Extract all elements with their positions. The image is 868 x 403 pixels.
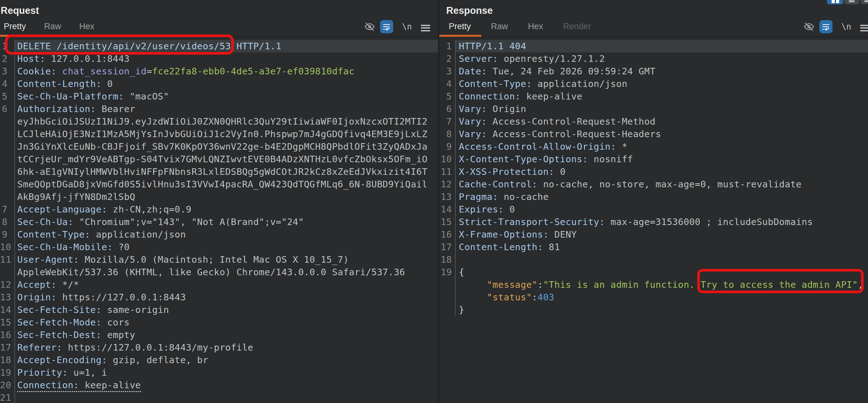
code-line-text: Content-Type: application/json xyxy=(456,78,868,90)
code-row: SmeQOptDGaD8jxVmGfd0S5ivlHnu3sI3VVwI4pac… xyxy=(0,178,438,190)
line-number: 20 xyxy=(0,379,14,392)
line-number: 5 xyxy=(0,90,14,103)
code-row: 4Content-Type: application/json xyxy=(439,78,868,90)
code-line-text: Access-Control-Allow-Origin: * xyxy=(456,140,868,153)
code-text: "status" xyxy=(487,292,532,303)
code-row: 19Priority: u=1, i xyxy=(0,366,438,379)
code-row: 11X-XSS-Protection: 0 xyxy=(439,165,868,178)
line-number xyxy=(439,304,455,316)
line-number: 8 xyxy=(0,216,14,228)
line-number: 7 xyxy=(439,115,455,128)
menu-icon[interactable] xyxy=(421,23,430,33)
menu-icon[interactable] xyxy=(860,23,868,33)
line-number: 16 xyxy=(439,228,455,241)
response-editor[interactable]: 1HTTP/1.1 4042Server: openresty/1.27.1.2… xyxy=(439,37,868,316)
line-number: 9 xyxy=(439,140,455,153)
code-text: 0 xyxy=(554,166,565,177)
line-number xyxy=(0,140,14,153)
tab-hex[interactable]: Hex xyxy=(528,21,543,31)
code-text: "message" xyxy=(487,279,537,290)
line-number: 17 xyxy=(439,241,455,253)
code-line-text: HTTP/1.1 404 xyxy=(456,40,868,53)
code-line-text: Accept-Language: zh-CN,zh;q=0.9 xyxy=(15,203,438,216)
line-number: 15 xyxy=(0,316,14,329)
request-title: Request xyxy=(1,5,39,16)
active-tab-underline xyxy=(0,35,33,37)
code-text: empty xyxy=(102,330,135,340)
code-row: 18Accept-Encoding: gzip, deflate, br xyxy=(0,354,438,366)
word-wrap-icon[interactable] xyxy=(819,20,833,33)
code-text: ?0 xyxy=(113,242,130,252)
code-text: : xyxy=(537,279,543,290)
line-number: 1 xyxy=(0,40,14,53)
line-number: 14 xyxy=(0,304,14,316)
newline-marker-icon[interactable]: \n xyxy=(841,22,851,31)
newline-marker-icon[interactable]: \n xyxy=(402,22,412,31)
code-line-text: Authorization: Bearer xyxy=(15,103,438,115)
code-line-text: Sec-Fetch-Dest: empty xyxy=(15,329,438,341)
code-line-text xyxy=(15,392,438,403)
code-text: "This is an admin function. xyxy=(543,279,701,290)
code-text: DENY xyxy=(549,229,577,240)
code-line-text: "status":403 xyxy=(456,291,868,304)
code-text: Vary: xyxy=(459,103,487,114)
code-text: HTTP/1.1 404 xyxy=(459,41,526,52)
hide-icon[interactable] xyxy=(364,21,376,33)
code-text: Server: xyxy=(459,53,498,64)
code-text: application/json xyxy=(90,229,186,240)
code-text: X-XSS-Protection: xyxy=(459,166,554,177)
tab-raw[interactable]: Raw xyxy=(44,21,61,31)
code-text xyxy=(459,292,487,303)
line-number xyxy=(0,128,14,140)
code-text: Mozilla/5.0 (Macintosh; Intel Mac OS X 1… xyxy=(79,254,349,265)
code-text: Sec-Fetch-Dest: xyxy=(17,330,102,340)
tab-hex[interactable]: Hex xyxy=(80,21,94,31)
line-number: 11 xyxy=(439,165,455,178)
code-line-text: 6hk-aE1gVNIylHMWVblHviNFFpFNbnsR3LxlEDSB… xyxy=(15,165,438,178)
code-text: User-Agent: xyxy=(17,254,79,265)
code-row: 21 xyxy=(0,392,438,403)
code-row: 12Accept: */* xyxy=(0,278,438,291)
code-line-text: Strict-Transport-Security: max-age=31536… xyxy=(456,216,868,228)
code-row: 4Content-Length: 0 xyxy=(0,78,438,90)
line-number: 19 xyxy=(439,266,455,278)
code-text: Cache-Control: xyxy=(459,179,537,190)
code-line-text: Sec-Fetch-Site: same-origin xyxy=(15,304,438,316)
line-number: 10 xyxy=(439,153,455,165)
tab-pretty[interactable]: Pretty xyxy=(449,21,471,31)
code-text: 127.0.0.1:8443 xyxy=(45,53,130,64)
code-line-text: Sec-Ch-Ua-Platform: "macOS" xyxy=(15,90,438,103)
code-text: } xyxy=(459,305,464,315)
code-row: LCJleHAiOjE3NzI1MzA5MjYsInJvbGUiOiJ1c2Vy… xyxy=(0,128,438,140)
request-editor[interactable]: 1DELETE /identity/api/v2/user/videos/53 … xyxy=(0,37,438,403)
code-row: 14Expires: 0 xyxy=(439,203,868,216)
code-row: 6Vary: Origin xyxy=(439,103,868,115)
code-line-text: LCJleHAiOjE3NzI1MzA5MjYsInJvbGUiOiJ1c2Vy… xyxy=(15,128,438,140)
code-text: Priority: xyxy=(17,367,68,378)
tab-render[interactable]: Render xyxy=(563,21,591,31)
code-row: 12Cache-Control: no-cache, no-store, max… xyxy=(439,178,868,190)
word-wrap-icon[interactable] xyxy=(380,20,393,33)
code-text: eyJhbGciOiJSUzI1NiJ9.eyJzdWIiOiJ0ZXN0QHR… xyxy=(17,116,427,127)
code-text: openresty/1.27.1.2 xyxy=(498,53,605,64)
red-annotation-box: DELETE /identity/api/v2/user/videos/53 xyxy=(17,40,231,53)
code-row: 18 xyxy=(439,253,868,266)
code-line-text: AkBg9Afj-jfYN8Dm2lSbQ xyxy=(15,190,438,203)
response-header: Response PrettyRawHexRender \n xyxy=(439,0,868,37)
line-number: 15 xyxy=(439,216,455,228)
red-annotation-box: Try to access the admin API" xyxy=(701,278,858,291)
code-text: Sec-Fetch-Mode: xyxy=(17,317,102,328)
tab-pretty[interactable]: Pretty xyxy=(4,21,26,31)
code-row: AppleWebKit/537.36 (KHTML, like Gecko) C… xyxy=(0,266,438,278)
code-line-text xyxy=(456,253,868,266)
code-line-text: Connection: keep-alive xyxy=(15,379,438,392)
code-row: tCCrjeUr_mdYr9VeABTgp-S04Tvix7GMvLQNZIwv… xyxy=(0,153,438,165)
tab-raw[interactable]: Raw xyxy=(491,21,508,31)
code-text: no-cache, no-store, max-age=0, must-reva… xyxy=(537,179,802,190)
code-line-text: Date: Tue, 24 Feb 2026 09:59:24 GMT xyxy=(456,65,868,78)
code-line-text: DELETE /identity/api/v2/user/videos/53 H… xyxy=(15,40,438,53)
line-number: 8 xyxy=(439,128,455,140)
code-row: } xyxy=(439,304,868,316)
hide-icon[interactable] xyxy=(803,21,815,33)
code-line-text: Accept-Encoding: gzip, deflate, br xyxy=(15,354,438,366)
